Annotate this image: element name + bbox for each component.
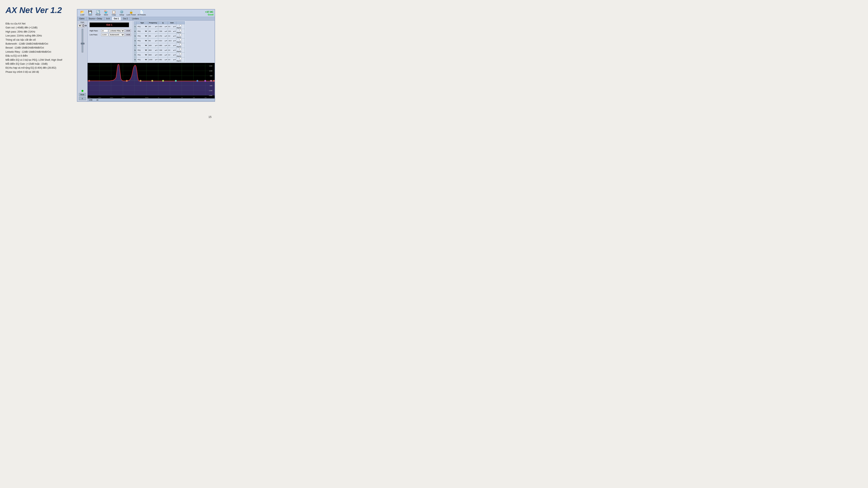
eq-gain[interactable]: ▲▼	[168, 29, 176, 34]
tab-out1[interactable]: Out 1	[112, 17, 121, 20]
recall-button[interactable]: 🔄 Recall	[94, 10, 102, 16]
eq-type[interactable]: PEQ LOW Shelf High Shelf	[136, 53, 148, 57]
eq-freq[interactable]: ▲▼	[148, 34, 158, 38]
eq-bypass-cell[interactable]: Bypass	[176, 53, 185, 57]
eq-bypass-cell[interactable]: Bypass	[176, 43, 185, 48]
eq-gain-input[interactable]	[168, 26, 173, 27]
eq-type[interactable]: PEQ LOW Shelf High Shelf	[136, 34, 148, 38]
eq-q[interactable]: ▲▼	[158, 29, 168, 34]
eq-type[interactable]: PEQ LOW Shelf High Shelf	[136, 48, 148, 53]
eq-q-input[interactable]	[159, 40, 164, 41]
eq-gain-input[interactable]	[168, 54, 173, 56]
eq-q[interactable]: ▲▼	[158, 53, 168, 57]
save-button[interactable]: 💾 Save	[86, 10, 94, 16]
tab-gains[interactable]: Gains	[77, 17, 87, 20]
eq-bypass-cell[interactable]: Bypass	[176, 24, 185, 29]
eq-q[interactable]: ▲▼	[158, 24, 168, 29]
all-presets-button[interactable]: 📄 All Presets	[137, 10, 147, 16]
lowpass-value[interactable]	[101, 33, 108, 36]
eq-gain[interactable]: ▲▼	[168, 48, 176, 53]
gain-down-arrow[interactable]: ▼	[82, 26, 85, 28]
eq-type-select[interactable]: PEQ LOW Shelf High Shelf	[137, 40, 148, 42]
eq-gain-input[interactable]	[168, 35, 173, 37]
eq-freq-input[interactable]	[149, 50, 154, 51]
zero-button[interactable]: 0	[79, 97, 86, 100]
copy-button[interactable]: 📋 Copy	[110, 10, 118, 16]
eq-q[interactable]: ▲▼	[158, 38, 168, 43]
eq-freq-input[interactable]	[149, 45, 154, 46]
gain-slider-track[interactable]	[82, 29, 83, 53]
lock-preset-button[interactable]: 🔒 Lock Preset	[126, 10, 136, 16]
eq-type[interactable]: PEQ LOW Shelf High Shelf	[136, 24, 148, 29]
eq-freq-input[interactable]	[149, 54, 154, 56]
eq-freq-input[interactable]	[149, 40, 154, 41]
setup-button[interactable]: ⚙️ Setup	[118, 10, 125, 16]
eq-type-select[interactable]: PEQ LOW Shelf High Shelf	[137, 54, 148, 56]
eq-gain-input[interactable]	[168, 40, 173, 41]
eq-bypass-checkbox[interactable]	[177, 29, 184, 31]
gain-arrows[interactable]: ▲ ▼	[82, 24, 85, 28]
eq-gain[interactable]: ▲▼	[168, 24, 176, 29]
eq-freq[interactable]: ▲▼	[148, 29, 158, 34]
eq-q[interactable]: ▲▼	[158, 34, 168, 38]
eq-gain-input[interactable]	[168, 59, 173, 60]
tab-limiters[interactable]: Limiters	[130, 17, 141, 20]
eq-q-input[interactable]	[159, 59, 164, 60]
eq-type-select[interactable]: PEQ LOW Shelf High Shelf	[137, 26, 148, 27]
eq-bypass-cell[interactable]: Bypass	[176, 38, 185, 43]
lowpass-filter-select[interactable]: Butterworth Linkwitz Riley Bessel	[109, 33, 124, 36]
highpass-value[interactable]	[101, 29, 108, 32]
eq-freq[interactable]: ▲▼	[148, 38, 158, 43]
eq-q[interactable]: ▲▼	[158, 43, 168, 48]
eq-bypass-cell[interactable]: Bypass	[176, 48, 185, 53]
eq-bypass-checkbox[interactable]	[177, 39, 184, 41]
load-button[interactable]: 📂 Load	[79, 10, 86, 16]
eq-gain[interactable]: ▲▼	[168, 53, 176, 57]
gain-up-arrow[interactable]: ▲	[82, 24, 85, 26]
eq-freq-input[interactable]	[149, 31, 154, 32]
eq-bypass-checkbox[interactable]	[177, 58, 184, 60]
eq-q-input[interactable]	[159, 50, 164, 51]
eq-freq-input[interactable]	[149, 59, 154, 60]
eq-freq[interactable]: ▲▼	[148, 57, 158, 62]
eq-bypass-checkbox[interactable]	[177, 25, 184, 26]
highpass-filter-select[interactable]: Linkwitz Riley Butterworth Bessel	[109, 29, 124, 32]
store-button[interactable]: 🏪 Store	[102, 10, 110, 16]
gain-slider-thumb[interactable]	[81, 43, 85, 44]
eq-gain-input[interactable]	[168, 31, 173, 32]
eq-bypass-cell[interactable]: Bypass	[176, 29, 185, 34]
eq-freq-input[interactable]	[149, 26, 154, 27]
eq-freq[interactable]: ▲▼	[148, 43, 158, 48]
tab-in-a[interactable]: In A	[104, 17, 112, 20]
eq-q-input[interactable]	[159, 45, 164, 46]
gain-slider-container[interactable]	[78, 29, 87, 88]
eq-q[interactable]: ▲▼	[158, 57, 168, 62]
eq-gain-input[interactable]	[168, 50, 173, 51]
eq-type[interactable]: PEQ LOW Shelf High Shelf	[136, 38, 148, 43]
eq-type[interactable]: PEQ LOW Shelf High Shelf	[136, 57, 148, 62]
eq-type-select[interactable]: PEQ LOW Shelf High Shelf	[137, 59, 148, 61]
eq-bypass-checkbox[interactable]	[177, 34, 184, 36]
eq-type-select[interactable]: PEQ LOW Shelf High Shelf	[137, 35, 148, 37]
mute-button[interactable]: Mute	[79, 93, 86, 96]
eq-bypass-checkbox[interactable]	[177, 53, 184, 55]
eq-freq-input[interactable]	[149, 35, 154, 37]
eq-type[interactable]: PEQ LOW Shelf High Shelf	[136, 43, 148, 48]
eq-bypass-cell[interactable]: Bypass	[176, 57, 185, 62]
eq-freq[interactable]: ▲▼	[148, 48, 158, 53]
eq-q-input[interactable]	[159, 35, 164, 37]
eq-gain[interactable]: ▲▼	[168, 38, 176, 43]
eq-q-input[interactable]	[159, 54, 164, 56]
eq-gain-input[interactable]	[168, 45, 173, 46]
eq-type[interactable]: PEQ LOW Shelf High Shelf	[136, 29, 148, 34]
eq-freq[interactable]: ▲▼	[148, 24, 158, 29]
eq-type-select[interactable]: PEQ LOW Shelf High Shelf	[137, 49, 148, 51]
eq-gain[interactable]: ▲▼	[168, 43, 176, 48]
eq-type-select[interactable]: PEQ LOW Shelf High Shelf	[137, 44, 148, 46]
eq-gain[interactable]: ▲▼	[168, 34, 176, 38]
eq-bypass-cell[interactable]: Bypass	[176, 34, 185, 38]
eq-freq[interactable]: ▲▼	[148, 53, 158, 57]
eq-q-input[interactable]	[159, 31, 164, 32]
eq-type-select[interactable]: PEQ LOW Shelf High Shelf	[137, 30, 148, 32]
eq-bypass-checkbox[interactable]	[177, 43, 184, 45]
